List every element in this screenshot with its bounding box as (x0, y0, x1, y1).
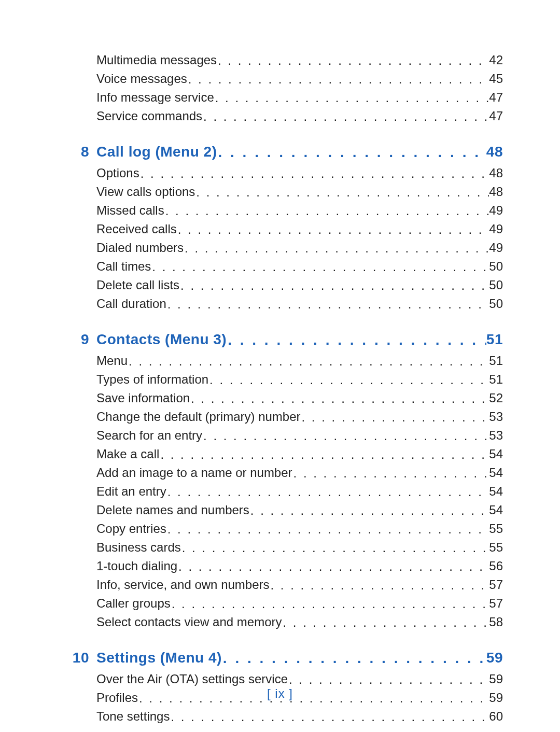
toc-entry-page: 47 (489, 88, 503, 107)
toc-entry-page: 48 (489, 164, 503, 182)
toc-section-heading[interactable]: 10Settings (Menu 4). . . . . . . . . . .… (57, 647, 503, 669)
toc-leader: . . . . . . . . . . . . . . . . . . . . … (270, 576, 489, 595)
toc-entry-title: Missed calls (89, 201, 164, 220)
toc-entry-page: 56 (489, 557, 503, 575)
toc-entry-page: 54 (489, 445, 503, 463)
toc-entry-title: Menu (89, 351, 128, 370)
toc-entry-title: Info, service, and own numbers (89, 575, 270, 594)
toc-entry-page: 60 (489, 707, 503, 726)
toc-leader: . . . . . . . . . . . . . . . . . . . . … (190, 389, 489, 408)
toc-entry-page: 49 (489, 238, 503, 257)
toc-leader: . . . . . . . . . . . . . . . . . . . . … (222, 647, 486, 669)
toc-leader: . . . . . . . . . . . . . . . . . . . . … (227, 329, 486, 351)
toc-entry-page: 53 (489, 407, 503, 426)
toc-leader: . . . . . . . . . . . . . . . . . . . . … (179, 276, 489, 295)
toc-entry[interactable]: Call duration. . . . . . . . . . . . . .… (57, 294, 503, 313)
toc-entry-page: 55 (489, 538, 503, 557)
toc-entry[interactable]: 1-touch dialing. . . . . . . . . . . . .… (57, 557, 503, 575)
toc-entry-page: 59 (489, 670, 503, 688)
toc-entry-page: 50 (489, 294, 503, 313)
toc-section-page: 48 (486, 141, 503, 163)
toc-leader: . . . . . . . . . . . . . . . . . . . . … (214, 89, 489, 107)
toc-entry[interactable]: Info message service. . . . . . . . . . … (57, 88, 503, 107)
toc-entry[interactable]: Multimedia messages. . . . . . . . . . .… (57, 51, 503, 69)
toc-entry-page: 58 (489, 613, 503, 631)
toc-leader: . . . . . . . . . . . . . . . . . . . . … (128, 352, 489, 371)
toc-entry[interactable]: Missed calls. . . . . . . . . . . . . . … (57, 201, 503, 220)
toc-entry[interactable]: Service commands. . . . . . . . . . . . … (57, 107, 503, 125)
toc-section-heading[interactable]: 8Call log (Menu 2). . . . . . . . . . . … (57, 141, 503, 163)
toc-entry-title: Delete names and numbers (89, 501, 249, 519)
toc-entry-title: Add an image to a name or number (89, 463, 292, 482)
toc-entry-page: 54 (489, 463, 503, 482)
toc-entry[interactable]: Add an image to a name or number. . . . … (57, 463, 503, 482)
toc-entry-page: 52 (489, 389, 503, 407)
toc-entry-title: Received calls (89, 220, 177, 238)
toc-entry-page: 51 (489, 351, 503, 370)
toc-entry[interactable]: Save information. . . . . . . . . . . . … (57, 389, 503, 407)
toc-entry-page: 49 (489, 220, 503, 238)
toc-leader: . . . . . . . . . . . . . . . . . . . . … (151, 258, 489, 276)
toc-section-heading[interactable]: 9Contacts (Menu 3). . . . . . . . . . . … (57, 329, 503, 350)
toc-leader: . . . . . . . . . . . . . . . . . . . . … (166, 520, 489, 539)
toc-entry-page: 47 (489, 107, 503, 125)
toc-entry-title: Options (89, 164, 139, 182)
toc-entry[interactable]: Business cards. . . . . . . . . . . . . … (57, 538, 503, 557)
toc-entry[interactable]: Edit an entry. . . . . . . . . . . . . .… (57, 482, 503, 501)
toc-entry-title: Tone settings (89, 707, 170, 726)
toc-entry[interactable]: Over the Air (OTA) settings service. . .… (57, 670, 503, 688)
toc-entry[interactable]: Menu. . . . . . . . . . . . . . . . . . … (57, 351, 503, 370)
toc-leader: . . . . . . . . . . . . . . . . . . . . … (164, 202, 489, 220)
toc-section-page: 59 (486, 647, 503, 669)
toc-entry[interactable]: Make a call. . . . . . . . . . . . . . .… (57, 445, 503, 463)
toc-entry[interactable]: Caller groups. . . . . . . . . . . . . .… (57, 594, 503, 613)
toc-section: 9Contacts (Menu 3). . . . . . . . . . . … (57, 329, 503, 631)
toc-entry[interactable]: Dialed numbers. . . . . . . . . . . . . … (57, 238, 503, 257)
toc-entry-page: 55 (489, 519, 503, 538)
toc-entry[interactable]: Select contacts view and memory. . . . .… (57, 613, 503, 631)
toc-entry-page: 45 (489, 69, 503, 88)
toc-entry[interactable]: Search for an entry. . . . . . . . . . .… (57, 426, 503, 445)
toc-leader: . . . . . . . . . . . . . . . . . . . . … (181, 539, 489, 557)
toc-entry-page: 50 (489, 257, 503, 276)
toc-entry-title: Call duration (89, 294, 166, 313)
toc-entry-page: 53 (489, 426, 503, 445)
toc-entry[interactable]: View calls options. . . . . . . . . . . … (57, 182, 503, 201)
toc-leader: . . . . . . . . . . . . . . . . . . . . … (249, 501, 489, 520)
toc-entry[interactable]: Received calls. . . . . . . . . . . . . … (57, 220, 503, 238)
toc-entry[interactable]: Change the default (primary) number. . .… (57, 407, 503, 426)
toc-leader: . . . . . . . . . . . . . . . . . . . . … (171, 595, 489, 613)
toc-section-number: 9 (57, 329, 89, 350)
toc-entry[interactable]: Info, service, and own numbers. . . . . … (57, 575, 503, 594)
toc-entry-title: Types of information (89, 370, 208, 389)
toc-leader: . . . . . . . . . . . . . . . . . . . . … (217, 51, 489, 70)
toc-leader: . . . . . . . . . . . . . . . . . . . . … (195, 183, 489, 202)
toc-entry[interactable]: Delete names and numbers. . . . . . . . … (57, 501, 503, 519)
toc-section-title: Call log (Menu 2) (89, 141, 217, 163)
toc-page: Multimedia messages. . . . . . . . . . .… (0, 0, 560, 732)
toc-entry[interactable]: Call times. . . . . . . . . . . . . . . … (57, 257, 503, 276)
toc-entry-title: 1-touch dialing (89, 557, 177, 575)
toc-entry-title: Delete call lists (89, 276, 179, 294)
toc-entry-title: Multimedia messages (89, 51, 217, 69)
toc-entry[interactable]: Voice messages. . . . . . . . . . . . . … (57, 69, 503, 88)
toc-section-number: 10 (57, 647, 89, 669)
toc-leader: . . . . . . . . . . . . . . . . . . . . … (187, 70, 489, 89)
toc-leader: . . . . . . . . . . . . . . . . . . . . … (301, 408, 489, 427)
toc-leader: . . . . . . . . . . . . . . . . . . . . … (166, 295, 489, 314)
toc-section-title: Settings (Menu 4) (89, 647, 222, 669)
page-number-footer: [ ix ] (0, 686, 560, 701)
toc-entry-page: 54 (489, 501, 503, 519)
toc-entry[interactable]: Options. . . . . . . . . . . . . . . . .… (57, 164, 503, 182)
toc-entry[interactable]: Tone settings. . . . . . . . . . . . . .… (57, 707, 503, 726)
toc-entry[interactable]: Copy entries. . . . . . . . . . . . . . … (57, 519, 503, 538)
toc-entry-page: 49 (489, 201, 503, 220)
toc-entry-title: Search for an entry (89, 426, 202, 445)
toc-section-page: 51 (486, 329, 503, 350)
toc-entry[interactable]: Types of information. . . . . . . . . . … (57, 370, 503, 389)
toc-entry-page: 42 (489, 51, 503, 69)
toc-entry[interactable]: Delete call lists. . . . . . . . . . . .… (57, 276, 503, 294)
toc-entry-title: Service commands (89, 107, 202, 125)
toc-entry-title: Caller groups (89, 594, 171, 613)
toc-entry-title: Copy entries (89, 519, 166, 538)
